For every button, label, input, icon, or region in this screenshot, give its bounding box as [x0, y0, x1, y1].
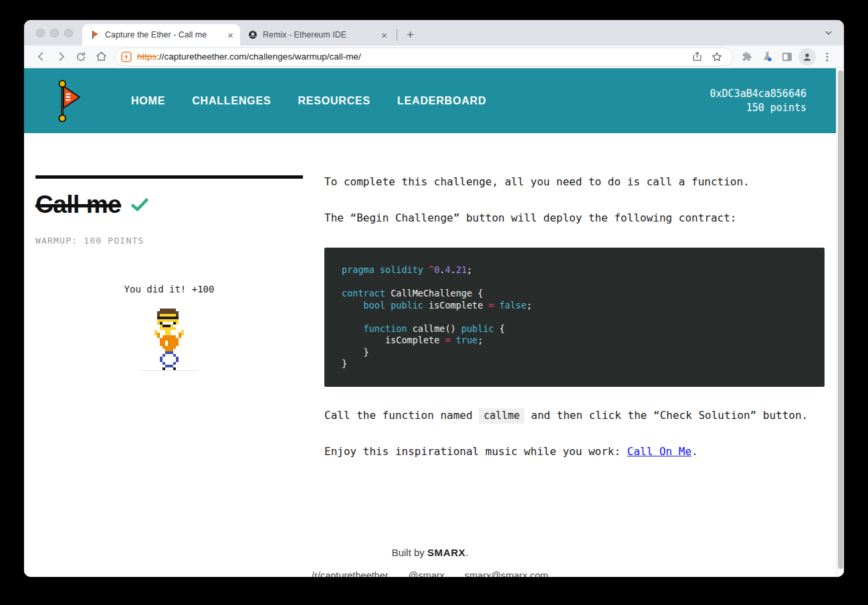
lightning-permission-icon[interactable]	[121, 52, 132, 62]
challenge-summary-column: Call me WARMUP: 100 POINTS You did it! +…	[35, 175, 303, 481]
tab-close-icon[interactable]: ×	[381, 30, 387, 40]
pixel-character-wrap	[35, 309, 303, 370]
footer-link-reddit[interactable]: /r/capturetheether	[312, 570, 388, 578]
address-bar[interactable]: https://capturetheether.com/challenges/w…	[115, 48, 733, 66]
side-panel-button[interactable]	[777, 48, 797, 66]
description-paragraph-1: To complete this challenge, all you need…	[324, 175, 825, 189]
challenge-category: WARMUP: 100 POINTS	[35, 236, 303, 246]
points-total: 150 points	[710, 101, 807, 115]
minimize-window-button[interactable]	[50, 29, 59, 37]
remix-favicon	[248, 30, 257, 39]
new-tab-button[interactable]: +	[401, 27, 419, 42]
share-button[interactable]	[687, 48, 707, 66]
paragraph-3-text-after: and then click the “Check Solution” butt…	[524, 409, 808, 422]
nav-resources[interactable]: RESOURCES	[298, 95, 370, 107]
page-viewport: HOME CHALLENGES RESOURCES LEADERBOARD 0x…	[24, 68, 844, 577]
paragraph-4-period: .	[691, 445, 698, 458]
heading-rule	[35, 175, 303, 179]
window-controls	[36, 20, 73, 46]
account-info: 0xDC3aB4ca856646 150 points	[710, 87, 807, 115]
home-button[interactable]	[91, 48, 111, 66]
pixel-character	[152, 309, 187, 370]
description-paragraph-2: The “Begin Challenge” button will deploy…	[324, 211, 825, 225]
description-paragraph-3: Call the function named callme and then …	[324, 409, 825, 422]
bookmark-star-button[interactable]	[707, 48, 727, 66]
back-button[interactable]	[31, 48, 51, 66]
tab-remix[interactable]: Remix - Ethereum IDE ×	[240, 24, 394, 46]
paragraph-3-text: Call the function named	[324, 409, 479, 422]
main-nav: HOME CHALLENGES RESOURCES LEADERBOARD	[131, 95, 486, 107]
browser-toolbar: https://capturetheether.com/challenges/w…	[24, 46, 844, 68]
extensions-puzzle-button[interactable]	[737, 48, 757, 66]
tab-capture-the-ether[interactable]: Capture the Ether - Call me ×	[82, 24, 240, 46]
challenge-description-column: To complete this challenge, all you need…	[324, 175, 825, 481]
footer-link-email[interactable]: smarx@smarx.com	[465, 570, 548, 578]
capture-the-ether-favicon	[90, 30, 100, 39]
description-paragraph-4: Enjoy this inspirational music while you…	[324, 445, 825, 458]
wallet-address: 0xDC3aB4ca856646	[710, 87, 807, 101]
url-rest: ://capturetheether.com/challenges/warmup…	[156, 52, 360, 62]
capture-the-ether-page: HOME CHALLENGES RESOURCES LEADERBOARD 0x…	[24, 68, 836, 577]
call-on-me-link[interactable]: Call On Me	[627, 445, 691, 458]
menu-dots-icon: ⋮	[823, 51, 833, 63]
url-text: https://capturetheether.com/challenges/w…	[137, 52, 687, 62]
close-window-button[interactable]	[36, 29, 45, 37]
tab-title: Capture the Ether - Call me	[105, 30, 222, 39]
browser-window: Capture the Ether - Call me × Remix - Et…	[24, 20, 844, 577]
footer-links: /r/capturetheether @smarx smarx@smarx.co…	[24, 570, 836, 578]
author-name[interactable]: SMARX	[427, 547, 465, 558]
site-footer: Built by SMARX. /r/capturetheether @smar…	[24, 547, 836, 578]
nav-home[interactable]: HOME	[131, 95, 165, 107]
inline-code-callme: callme	[479, 408, 524, 424]
paragraph-4-text: Enjoy this inspirational music while you…	[324, 445, 627, 458]
flag-logo[interactable]	[51, 78, 80, 124]
challenge-heading: Call me	[35, 191, 303, 219]
tab-strip: Capture the Ether - Call me × Remix - Et…	[24, 20, 844, 46]
page-scrollbar[interactable]	[836, 68, 844, 577]
tab-search-chevron-icon[interactable]	[823, 27, 835, 39]
tab-separator	[397, 29, 397, 41]
nav-challenges[interactable]: CHALLENGES	[192, 95, 271, 107]
url-scheme: https	[137, 52, 156, 62]
browser-menu-button[interactable]: ⋮	[817, 48, 837, 66]
nav-leaderboard[interactable]: LEADERBOARD	[397, 95, 486, 107]
challenge-status: You did it! +100	[35, 284, 303, 294]
built-by-period: .	[465, 547, 468, 558]
tab-close-icon[interactable]: ×	[227, 30, 233, 40]
reload-button[interactable]	[71, 48, 91, 66]
profile-avatar[interactable]	[797, 48, 817, 66]
code-block: pragma solidity ^0.4.21; contract CallMe…	[324, 248, 825, 387]
footer-link-twitter[interactable]: @smarx	[409, 570, 445, 578]
scrollbar-thumb[interactable]	[838, 70, 843, 569]
tab-title: Remix - Ethereum IDE	[263, 30, 376, 39]
main-content: Call me WARMUP: 100 POINTS You did it! +…	[35, 133, 825, 481]
built-by-text: Built by	[392, 547, 427, 558]
challenge-title: Call me	[35, 191, 121, 219]
chrome-labs-flask-button[interactable]	[757, 48, 777, 66]
site-header: HOME CHALLENGES RESOURCES LEADERBOARD 0x…	[24, 68, 836, 133]
completed-check-icon	[131, 197, 148, 212]
zoom-window-button[interactable]	[64, 29, 73, 37]
forward-button[interactable]	[51, 48, 71, 66]
built-by-line: Built by SMARX.	[24, 547, 836, 558]
character-ground-line	[140, 370, 199, 371]
desktop-background: Capture the Ether - Call me × Remix - Et…	[0, 0, 868, 605]
